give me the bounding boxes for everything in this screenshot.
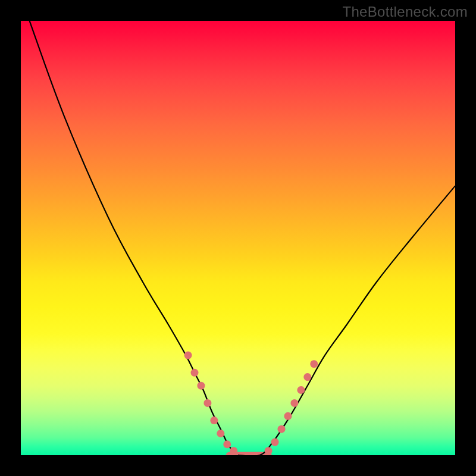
watermark-text: TheBottleneck.com bbox=[342, 4, 468, 20]
data-marker bbox=[184, 352, 192, 359]
data-marker bbox=[310, 360, 318, 368]
left-curve bbox=[30, 21, 238, 455]
data-marker bbox=[265, 447, 273, 455]
curve-layer bbox=[21, 21, 455, 455]
data-marker bbox=[278, 425, 286, 433]
right-curve bbox=[238, 186, 455, 455]
data-marker bbox=[223, 440, 231, 448]
data-marker bbox=[303, 373, 311, 381]
data-marker bbox=[217, 430, 224, 437]
data-marker bbox=[284, 412, 292, 420]
data-marker bbox=[230, 447, 237, 455]
data-marker bbox=[271, 439, 279, 446]
data-marker bbox=[191, 369, 199, 377]
data-marker bbox=[197, 382, 205, 390]
data-marker bbox=[297, 386, 305, 394]
data-marker bbox=[203, 399, 211, 407]
data-marker bbox=[210, 416, 218, 424]
plot-area bbox=[21, 21, 455, 455]
chart-frame: TheBottleneck.com bbox=[0, 0, 476, 476]
right-markers bbox=[265, 360, 318, 455]
data-marker bbox=[290, 399, 298, 407]
